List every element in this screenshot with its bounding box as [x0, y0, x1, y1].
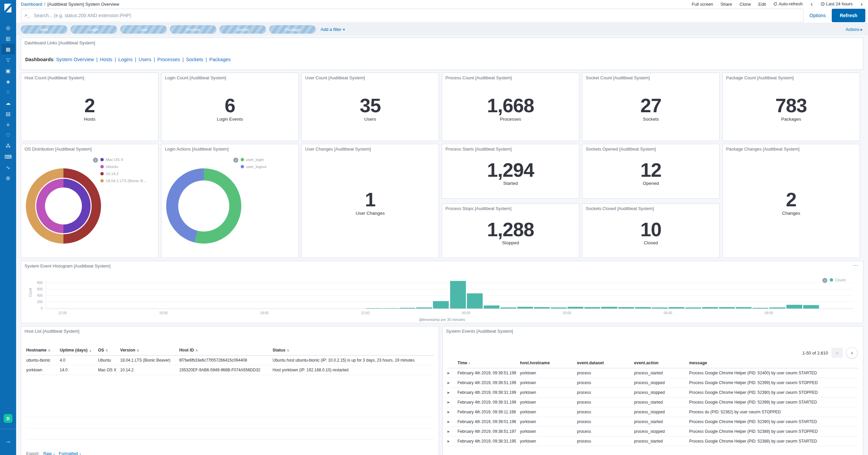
legend-item[interactable]: ›Mac OS X: [100, 158, 146, 162]
filter-pill-host[interactable]: Host: [21, 25, 67, 34]
legend-item[interactable]: user_logout: [241, 165, 266, 169]
table-cell: yorktown: [520, 398, 577, 407]
sidebar-item-graph[interactable]: ⁂: [0, 140, 16, 151]
filter-pill-login[interactable]: Login: [70, 25, 117, 34]
table-cell: process_stopped: [634, 407, 689, 417]
sidebar-item-discover[interactable]: ◎: [0, 22, 16, 33]
filter-pill-socket[interactable]: Socket: [219, 25, 266, 34]
legend-item[interactable]: 10.14.2: [100, 172, 146, 176]
panel-os-distribution: OS Distribution [Auditbeat System] ›Mac …: [21, 144, 158, 258]
legend-toggle-icon[interactable]: ›: [93, 158, 98, 163]
expand-row-button[interactable]: ▶: [447, 407, 458, 417]
dashboard-link-hosts[interactable]: Hosts: [100, 57, 112, 62]
column-header-os[interactable]: OS⇅: [98, 346, 120, 356]
legend-item[interactable]: Ubuntu: [100, 165, 146, 169]
machine-learning-icon: ⁙: [6, 90, 10, 95]
filter-pill-package[interactable]: Package: [269, 25, 316, 34]
filter-actions-link[interactable]: Actions ▸: [845, 27, 863, 32]
sidebar-item-timelion[interactable]: ▽: [0, 54, 16, 65]
sidebar-item-management[interactable]: ⚙: [0, 173, 16, 183]
sidebar-item-infrastructure[interactable]: ☁: [0, 97, 16, 108]
links-prefix: Dashboards: [25, 57, 53, 62]
breadcrumb-dashboard-link[interactable]: Dashboard: [21, 2, 42, 7]
column-header-host-id[interactable]: Host ID⇅: [179, 346, 273, 356]
add-filter-button[interactable]: Add a filter +: [320, 27, 345, 32]
legend-item[interactable]: 18.04.1 LTS (Bionic B...: [100, 179, 146, 183]
legend-color-dot: [100, 165, 104, 168]
link-separator: |: [206, 57, 207, 62]
sidebar-item-canvas[interactable]: ▣: [0, 65, 16, 76]
y-axis-tick: 200: [29, 300, 43, 304]
histogram-bar: [500, 308, 516, 309]
sidebar-item-logs[interactable]: ▤: [0, 108, 16, 119]
export-raw-link[interactable]: Raw ↓: [43, 451, 55, 455]
auto-refresh-button[interactable]: Auto-refresh: [773, 1, 803, 7]
sidebar-item-uptime[interactable]: ♡: [0, 130, 16, 140]
histogram-bar: [618, 307, 634, 309]
table-cell: Process Google Chrome Helper (PID: 52399…: [689, 378, 858, 388]
clone-button[interactable]: Clone: [739, 2, 751, 7]
legend-toggle-icon[interactable]: ›: [233, 158, 238, 163]
legend-color-dot: [241, 158, 244, 161]
expand-row-button[interactable]: ▶: [447, 368, 458, 378]
column-header-event-action[interactable]: event.action: [634, 359, 689, 368]
edit-button[interactable]: Edit: [758, 2, 766, 7]
column-header-time[interactable]: Time▾: [458, 359, 520, 368]
dashboard-link-packages[interactable]: Packages: [209, 57, 230, 62]
dev-tools-icon: ⌨: [4, 154, 12, 159]
sidebar-item-dev-tools[interactable]: ⌨: [0, 151, 16, 162]
time-back-chevron[interactable]: ‹: [810, 1, 813, 7]
sidebar-item-visualize[interactable]: ▥: [0, 33, 16, 44]
expand-row-button[interactable]: ▶: [447, 417, 458, 427]
column-header-version[interactable]: Version⇅: [120, 346, 179, 356]
dashboard-link-processes[interactable]: Processes: [157, 57, 180, 62]
column-header-status[interactable]: Status⇅: [273, 346, 434, 356]
expand-row-button[interactable]: ▶: [447, 427, 458, 436]
panel-user-changes: User Changes [Auditbeat System] 1User Ch…: [302, 144, 439, 258]
expand-row-button[interactable]: ▶: [447, 398, 458, 407]
pagination-prev-button[interactable]: ‹: [831, 348, 843, 358]
sidebar-item-monitoring[interactable]: ∿: [0, 162, 16, 173]
sidebar-item-machine-learning[interactable]: ⁙: [0, 87, 16, 97]
filter-pill-process[interactable]: Process: [170, 25, 217, 34]
column-header-hostname[interactable]: Hostname⇅: [26, 346, 60, 356]
filter-pill-user[interactable]: User: [120, 25, 167, 34]
space-badge[interactable]: D: [4, 414, 12, 423]
share-button[interactable]: Share: [721, 2, 733, 7]
legend-item[interactable]: ›user_login: [241, 158, 266, 162]
dashboard-link-logins[interactable]: Logins: [118, 57, 132, 62]
dashboard-link-users[interactable]: Users: [138, 57, 151, 62]
export-formatted-link[interactable]: Formatted ↓: [59, 451, 81, 455]
column-header-event-dataset[interactable]: event.dataset: [577, 359, 634, 368]
table-cell: yorktown: [26, 365, 60, 375]
column-header-host-hostname[interactable]: host.hostname: [520, 359, 577, 368]
column-header-uptime-days-[interactable]: Uptime (days)▲: [60, 346, 98, 356]
table-row: ▶February 4th 2019, 09:38:31.195yorktown…: [447, 436, 858, 446]
time-forward-chevron[interactable]: ›: [860, 1, 863, 7]
expand-row-button[interactable]: ▶: [447, 388, 458, 398]
pagination-next-button[interactable]: ›: [846, 347, 858, 359]
query-options-link[interactable]: Options: [810, 13, 826, 18]
search-input[interactable]: [33, 12, 800, 19]
sort-icon: ⇅: [136, 349, 139, 352]
column-header-message[interactable]: message: [689, 359, 858, 368]
sidebar-item-dashboard[interactable]: ▦: [1, 44, 15, 54]
expand-row-button[interactable]: ▶: [447, 436, 458, 446]
time-range-picker[interactable]: Last 24 hours: [821, 1, 852, 7]
full-screen-button[interactable]: Full screen: [692, 2, 713, 7]
kibana-logo-icon[interactable]: [3, 3, 13, 13]
sidebar-item-apm[interactable]: ≡: [0, 119, 16, 130]
dashboard-link-system-overview[interactable]: System Overview: [56, 57, 94, 62]
table-cell: yorktown: [520, 368, 577, 378]
metric-label: Hosts: [84, 117, 96, 122]
panel-options-icon[interactable]: ⋯: [853, 262, 858, 268]
refresh-button[interactable]: Refresh: [832, 9, 865, 22]
sidebar-item-maps[interactable]: ◈: [0, 76, 16, 87]
dashboard-link-sockets[interactable]: Sockets: [186, 57, 204, 62]
panel-title: System Events [Auditbeat System]: [446, 329, 860, 334]
host-list-table: Hostname⇅Uptime (days)▲OS⇅Version⇅Host I…: [26, 346, 434, 375]
host-list-table-wrap: Hostname⇅Uptime (days)▲OS⇅Version⇅Host I…: [26, 346, 434, 375]
legend-item[interactable]: ›Count: [830, 278, 845, 282]
sidebar-expand-arrow-icon[interactable]: →: [0, 434, 16, 448]
expand-row-button[interactable]: ▶: [447, 378, 458, 388]
